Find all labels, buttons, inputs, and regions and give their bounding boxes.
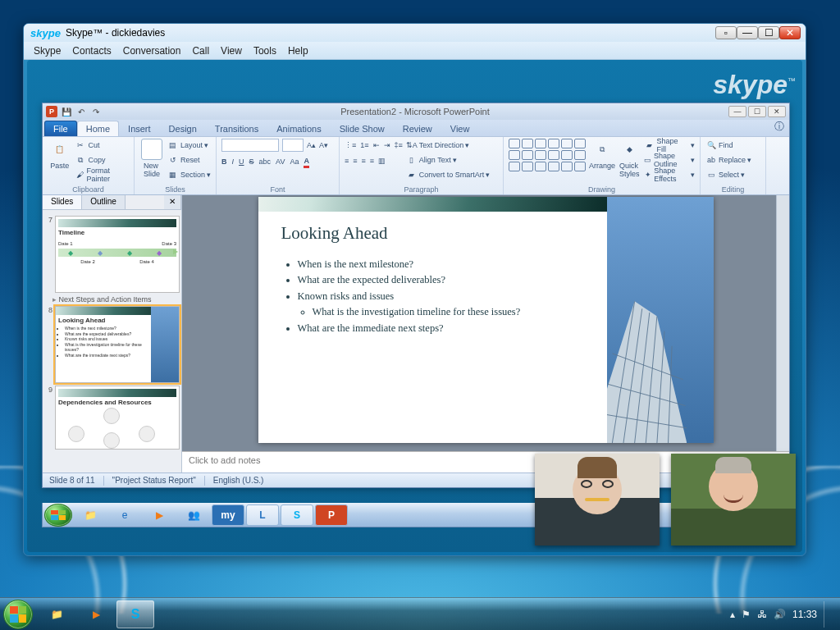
slides-tab[interactable]: Slides	[43, 195, 82, 209]
slide-thumbnail-9[interactable]: Dependencies and Resources	[55, 386, 180, 450]
strike-button[interactable]: S	[249, 155, 254, 168]
layout-button[interactable]: ▤Layout ▾	[167, 139, 211, 152]
font-color-button[interactable]: A	[304, 155, 309, 168]
save-icon[interactable]: 💾	[61, 106, 72, 117]
tab-view[interactable]: View	[441, 121, 479, 136]
slide-canvas[interactable]: Looking Ahead When is the next milestone…	[182, 195, 789, 451]
find-button[interactable]: 🔍Find	[705, 139, 751, 152]
tray-volume-icon[interactable]: 🔊	[774, 609, 786, 620]
italic-button[interactable]: I	[232, 155, 235, 168]
tab-design[interactable]: Design	[160, 121, 206, 136]
format-painter-button[interactable]: 🖌Format Painter	[75, 168, 129, 181]
start-button[interactable]	[0, 598, 36, 631]
shared-start-button[interactable]	[44, 504, 72, 527]
indent-icon[interactable]: ⇥	[384, 139, 390, 152]
skype-titlebar[interactable]: skype Skype™ - dickiedavies ▫ — ☐ ✕	[24, 24, 806, 42]
shared-media-icon[interactable]: ▶	[143, 504, 176, 526]
font-size-dropdown[interactable]	[282, 139, 304, 152]
taskbar-skype-icon[interactable]: S	[116, 600, 154, 628]
align-left-icon[interactable]: ≡	[345, 154, 349, 167]
shared-wlm-icon[interactable]: 👥	[177, 504, 210, 526]
show-desktop-button[interactable]	[824, 601, 830, 628]
shared-skype-icon[interactable]: S	[281, 504, 313, 526]
ppt-close-button[interactable]: ✕	[768, 106, 786, 117]
ribbon-help-icon[interactable]: ⓘ	[769, 117, 789, 136]
tray-more-icon[interactable]: ▴	[730, 609, 735, 620]
shared-ppt-icon[interactable]: P	[315, 504, 348, 526]
cut-button[interactable]: ✂Cut	[75, 139, 129, 152]
tab-insert[interactable]: Insert	[119, 121, 160, 136]
bold-button[interactable]: B	[221, 155, 227, 168]
close-button[interactable]: ✕	[779, 26, 801, 39]
vscrollbar[interactable]	[776, 195, 789, 451]
tab-animations[interactable]: Animations	[267, 121, 330, 136]
ppt-titlebar[interactable]: P 💾 ↶ ↷ Presentation2 - Microsoft PowerP…	[43, 103, 789, 120]
menu-skype[interactable]: Skype	[34, 45, 61, 57]
tray-clock[interactable]: 11:33	[792, 609, 817, 620]
taskbar-explorer-icon[interactable]: 📁	[38, 600, 75, 628]
shared-lync-icon[interactable]: L	[246, 504, 279, 526]
section-header[interactable]: Next Steps and Action Items	[52, 295, 180, 304]
spacing-button[interactable]: AV	[276, 155, 285, 168]
taskbar-media-icon[interactable]: ▶	[77, 600, 115, 628]
shapes-gallery[interactable]	[509, 139, 586, 171]
font-family-dropdown[interactable]	[221, 139, 279, 152]
video-feed-1[interactable]	[535, 454, 660, 546]
tab-transitions[interactable]: Transitions	[206, 121, 267, 136]
maximize-button[interactable]: ☐	[758, 26, 779, 39]
numbering-icon[interactable]: 1≡	[360, 139, 368, 152]
minimize-button[interactable]: —	[737, 26, 758, 39]
text-direction-button[interactable]: ⇅AText Direction ▾	[406, 139, 491, 152]
menu-help[interactable]: Help	[288, 45, 308, 57]
paste-button[interactable]: 📋 Paste	[48, 139, 71, 170]
outline-tab[interactable]: Outline	[82, 195, 126, 209]
tray-network-icon[interactable]: 🖧	[757, 609, 767, 620]
menu-view[interactable]: View	[221, 45, 242, 57]
shrink-font-icon[interactable]: A▾	[319, 139, 328, 152]
replace-button[interactable]: abReplace ▾	[705, 153, 751, 167]
ppt-maximize-button[interactable]: ☐	[748, 106, 766, 117]
menu-tools[interactable]: Tools	[253, 45, 276, 57]
tab-file[interactable]: File	[44, 121, 77, 136]
status-lang[interactable]: English (U.S.)	[213, 476, 264, 485]
section-button[interactable]: ▦Section ▾	[167, 168, 211, 181]
arrange-button[interactable]: ⧉Arrange	[589, 139, 615, 170]
align-center-icon[interactable]: ≡	[353, 154, 357, 167]
shadow-button[interactable]: abc	[259, 155, 272, 168]
tab-home[interactable]: Home	[77, 121, 119, 136]
shape-effects-button[interactable]: ✦Shape Effects ▾	[644, 168, 695, 181]
menu-contacts[interactable]: Contacts	[72, 45, 111, 57]
reset-button[interactable]: ↺Reset	[167, 153, 211, 167]
underline-button[interactable]: U	[239, 155, 244, 168]
outdent-icon[interactable]: ⇤	[373, 139, 380, 152]
close-panel-icon[interactable]: ✕	[164, 195, 181, 209]
case-button[interactable]: Aa	[290, 155, 299, 168]
slide-thumbnail-7[interactable]: Timeline Date 1Date 3 ◆ ◆ ◆ ◆ ▶ Date 2Da…	[55, 216, 180, 293]
copy-button[interactable]: ⧉Copy	[75, 153, 129, 167]
quick-styles-button[interactable]: ◆Quick Styles	[619, 139, 641, 178]
tab-slideshow[interactable]: Slide Show	[331, 121, 394, 136]
slide-thumbnail-8[interactable]: Looking Ahead When is the next milestone…	[55, 306, 180, 383]
menu-conversation[interactable]: Conversation	[123, 45, 181, 57]
grow-font-icon[interactable]: A▴	[307, 139, 316, 152]
columns-icon[interactable]: ▥	[378, 154, 386, 167]
menu-call[interactable]: Call	[192, 45, 209, 57]
justify-icon[interactable]: ≡	[370, 154, 374, 167]
ppt-minimize-button[interactable]: —	[728, 106, 746, 117]
shared-explorer-icon[interactable]: 📁	[74, 504, 107, 526]
tray-flag-icon[interactable]: ⚑	[742, 609, 751, 620]
video-feed-2[interactable]	[671, 454, 796, 546]
convert-smartart-button[interactable]: ▰Convert to SmartArt ▾	[406, 168, 491, 181]
new-slide-button[interactable]: New Slide	[139, 139, 164, 178]
tab-review[interactable]: Review	[394, 121, 441, 136]
shape-outline-button[interactable]: ▭Shape Outline ▾	[644, 153, 695, 167]
undo-icon[interactable]: ↶	[75, 106, 87, 117]
align-text-button[interactable]: ▯Align Text ▾	[406, 153, 491, 167]
shared-my-icon[interactable]: my	[212, 504, 244, 526]
align-right-icon[interactable]: ≡	[362, 154, 366, 167]
redo-icon[interactable]: ↷	[90, 106, 102, 117]
bullets-icon[interactable]: ⋮≡	[345, 139, 356, 152]
linespacing-icon[interactable]: ‡≡	[395, 139, 403, 152]
restore-two-icon[interactable]: ▫	[715, 26, 737, 39]
shape-fill-button[interactable]: ▰Shape Fill ▾	[644, 139, 695, 152]
